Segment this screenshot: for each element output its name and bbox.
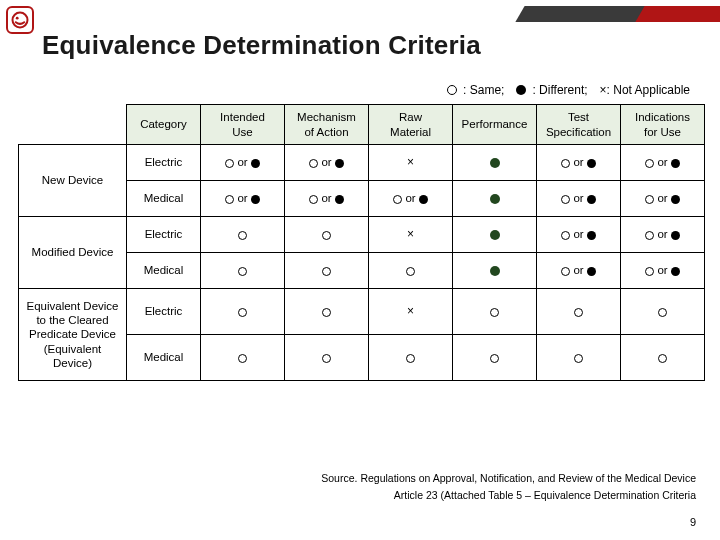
legend-different: : Different; [532,83,587,97]
col-performance: Performance [453,105,537,145]
page-title: Equivalence Determination Criteria [42,30,481,61]
value-cell: × [369,145,453,181]
legend: : Same; : Different; ×: Not Applicable [447,83,690,97]
value-cell: × [369,289,453,335]
source-line-2: Article 23 (Attached Table 5 – Equivalen… [321,487,696,504]
source-note: Source. Regulations on Approval, Notific… [321,470,696,504]
value-cell: or [621,253,705,289]
value-cell [537,289,621,335]
legend-same: : Same; [463,83,504,97]
value-cell [285,335,369,381]
value-cell: or [285,145,369,181]
page-number: 9 [690,516,696,528]
source-line-1: Source. Regulations on Approval, Notific… [321,470,696,487]
value-cell [369,335,453,381]
slide: Equivalence Determination Criteria : Sam… [0,0,720,540]
value-cell [285,289,369,335]
value-cell [201,253,285,289]
row-group-label: New Device [19,145,127,217]
value-cell [453,253,537,289]
category-cell: Electric [127,217,201,253]
value-cell: or [285,181,369,217]
category-cell: Medical [127,181,201,217]
value-cell [537,335,621,381]
table-row: Modified DeviceElectric× or or [19,217,705,253]
criteria-table: Category IntendedUse Mechanismof Action … [18,104,705,381]
value-cell: or [621,217,705,253]
svg-point-1 [16,17,19,20]
brand-logo-icon [6,6,34,34]
value-cell: × [369,217,453,253]
col-mechanism: Mechanismof Action [285,105,369,145]
value-cell [621,289,705,335]
accent-dark [515,6,644,22]
value-cell [201,289,285,335]
value-cell [369,253,453,289]
value-cell [453,289,537,335]
value-cell: or [537,253,621,289]
col-category: Category [127,105,201,145]
category-cell: Medical [127,253,201,289]
value-cell: or [621,145,705,181]
table-row: Equivalent Device to the Cleared Predica… [19,289,705,335]
value-cell: or [537,217,621,253]
value-cell [201,335,285,381]
col-indications: Indicationsfor Use [621,105,705,145]
value-cell: or [201,181,285,217]
value-cell [453,145,537,181]
col-raw-material: RawMaterial [369,105,453,145]
row-group-label: Equivalent Device to the Cleared Predica… [19,289,127,381]
value-cell [453,181,537,217]
category-cell: Medical [127,335,201,381]
value-cell [453,217,537,253]
category-cell: Electric [127,289,201,335]
legend-na: ×: Not Applicable [600,83,690,97]
value-cell: or [369,181,453,217]
value-cell [285,217,369,253]
value-cell [453,335,537,381]
value-cell: or [537,181,621,217]
value-cell [285,253,369,289]
value-cell: or [621,181,705,217]
col-test-spec: TestSpecification [537,105,621,145]
open-circle-icon [447,85,457,95]
col-intended-use: IntendedUse [201,105,285,145]
value-cell: or [201,145,285,181]
category-cell: Electric [127,145,201,181]
table-row: New DeviceElectric or or × or or [19,145,705,181]
row-group-label: Modified Device [19,217,127,289]
filled-circle-icon [516,85,526,95]
svg-point-0 [13,13,28,28]
value-cell [201,217,285,253]
value-cell: or [537,145,621,181]
header-accent [520,6,720,22]
value-cell [621,335,705,381]
